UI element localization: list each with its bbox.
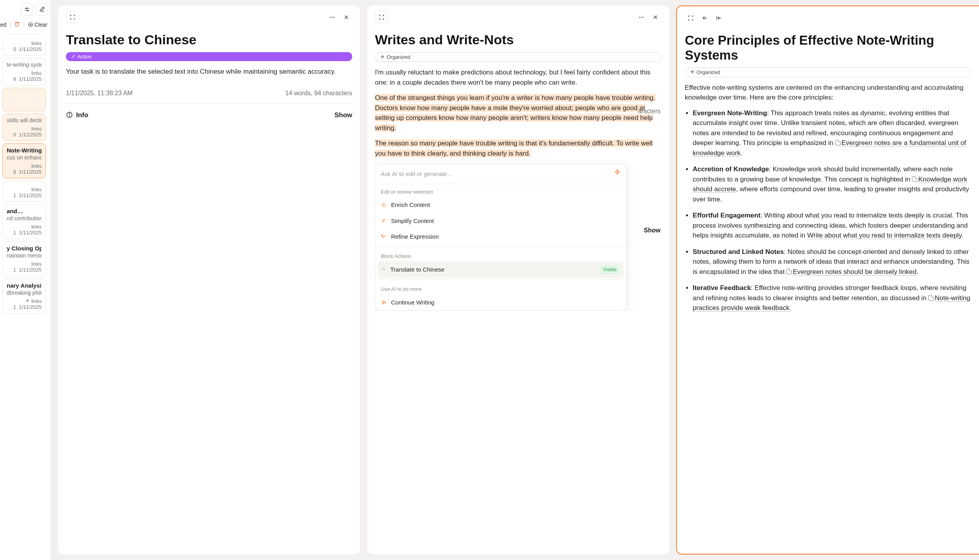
svg-point-8 xyxy=(332,17,333,18)
settings-sliders-button[interactable] xyxy=(21,3,33,16)
word-count-partial: aracters xyxy=(638,107,661,116)
svg-marker-27 xyxy=(384,301,386,304)
sparkle-icon xyxy=(614,169,621,176)
play-icon xyxy=(381,300,387,305)
filter-text: ted xyxy=(0,22,6,28)
list-item[interactable]: te-writing systems,… links 8 1/11/2025 xyxy=(2,58,46,85)
ai-section-label: Edit or review selection xyxy=(375,184,626,198)
timestamp: 1/11/2025, 11:38:23 AM xyxy=(66,89,133,98)
more-button[interactable] xyxy=(326,11,338,23)
svg-point-3 xyxy=(27,10,29,11)
bullet-item: Accretion of Knowledge: Knowledge work s… xyxy=(693,164,971,204)
focus-icon xyxy=(69,14,76,20)
focus-icon xyxy=(378,14,385,20)
intro-text: Effective note-writing systems are cente… xyxy=(685,83,971,103)
sparkle-icon xyxy=(25,299,30,303)
wand-icon xyxy=(71,54,75,59)
visible-pill: Visible xyxy=(599,265,620,274)
close-icon xyxy=(652,14,659,20)
close-icon xyxy=(343,14,349,20)
focus-icon xyxy=(688,15,694,21)
page-title: Core Principles of Effective Note-Writin… xyxy=(685,33,971,63)
list-item-selected[interactable]: Note-Writing… cus on enhancing u… links … xyxy=(2,143,46,178)
close-button[interactable] xyxy=(340,11,352,23)
back-button[interactable] xyxy=(699,12,711,24)
list-item[interactable]: links 1 1/11/2025 xyxy=(2,181,46,202)
pane-core-principles: Core Principles of Effective Note-Writin… xyxy=(676,5,979,555)
info-icon xyxy=(66,111,73,118)
action-badge: Action xyxy=(66,52,352,61)
bullet-item: Evergreen Note-Writing: This approach tr… xyxy=(693,108,971,158)
filter-separator: | xyxy=(9,22,11,28)
page-title: Writes and Write-Nots xyxy=(375,32,661,47)
list-item[interactable]: y Closing Open… naintain mental cla… lin… xyxy=(2,241,46,276)
lines-icon xyxy=(381,202,387,208)
word-count: 14 words, 94 characters xyxy=(285,89,352,98)
info-toggle[interactable]: Info xyxy=(66,110,88,120)
list-item[interactable]: links 0 1/11/2025 xyxy=(2,34,46,56)
body-text-highlighted: One of the strangest things you learn if… xyxy=(375,93,661,133)
note-link[interactable]: Write about what you read to internalize… xyxy=(807,232,961,239)
ai-popover: Edit or review selection Enrich Content … xyxy=(375,164,627,311)
body-text: I'm usually reluctant to make prediction… xyxy=(375,67,661,87)
ai-item-enrich[interactable]: Enrich Content xyxy=(375,197,626,213)
clear-button[interactable]: Clear xyxy=(28,22,47,28)
sparkle-icon xyxy=(690,70,695,74)
note-link-icon xyxy=(912,176,917,182)
organized-badge: Organized xyxy=(375,52,661,62)
collapse-left-icon xyxy=(716,15,722,21)
list-item[interactable] xyxy=(2,88,46,111)
body-text-highlighted: The reason so many people have trouble w… xyxy=(375,138,661,158)
svg-point-15 xyxy=(639,17,640,18)
divider xyxy=(375,279,626,280)
focus-button[interactable] xyxy=(685,12,697,24)
bullet-item: Iterative Feedback: Effective note-writi… xyxy=(693,283,971,313)
filter-separator: | xyxy=(23,22,25,28)
sub-arrow-icon xyxy=(382,267,386,272)
list-item[interactable]: and… nd contributions to… links 1 1/11/2… xyxy=(2,204,46,239)
bullet-item: Effortful Engagement: Writing about what… xyxy=(693,210,971,241)
note-link-icon xyxy=(835,140,841,145)
arrow-left-icon xyxy=(702,15,708,21)
ai-item-simplify[interactable]: Simplify Content xyxy=(375,213,626,229)
close-button[interactable] xyxy=(650,11,661,23)
ai-item-refine[interactable]: Refine Expression xyxy=(375,229,626,245)
list-item[interactable]: nary Analysis dbreaking philoso… links 1… xyxy=(2,279,46,314)
pane-translate: Translate to Chinese Action Your task is… xyxy=(58,5,360,555)
bullet-item: Structured and Linked Notes: Notes shoul… xyxy=(693,247,971,277)
ai-item-continue[interactable]: Continue Writing xyxy=(375,295,626,311)
divider xyxy=(375,246,626,247)
trash-icon xyxy=(14,21,20,27)
ai-item-translate[interactable]: Translate to Chinese Visible xyxy=(378,261,624,278)
note-link[interactable]: Evergreen notes should be densely linked xyxy=(793,268,917,275)
sliders-icon xyxy=(24,6,30,13)
page-title: Translate to Chinese xyxy=(66,32,352,47)
clear-icon xyxy=(28,22,33,27)
ai-input[interactable] xyxy=(381,170,614,177)
svg-point-2 xyxy=(26,8,27,9)
svg-point-16 xyxy=(641,17,642,18)
collapse-button[interactable] xyxy=(713,12,725,24)
show-button[interactable]: Show xyxy=(335,110,352,120)
note-link-icon xyxy=(786,269,792,274)
note-link-icon xyxy=(928,295,934,301)
show-button[interactable]: Show xyxy=(644,226,661,235)
focus-button[interactable] xyxy=(66,11,79,24)
compose-button[interactable] xyxy=(36,3,48,16)
divider xyxy=(66,103,352,104)
sparkle-icon xyxy=(380,55,385,60)
pane-writes: Writes and Write-Nots Organized I'm usua… xyxy=(367,5,669,555)
compose-icon xyxy=(39,6,45,13)
wand-icon xyxy=(381,234,387,239)
ai-section-label: Use AI to do more xyxy=(375,281,626,295)
trash-button[interactable] xyxy=(14,21,20,28)
organized-badge: Organized xyxy=(685,67,971,77)
ai-send-button[interactable] xyxy=(614,169,621,179)
svg-point-14 xyxy=(69,113,70,114)
more-icon xyxy=(638,14,645,21)
list-item[interactable]: skills will decline … links 0 1/12/2025 xyxy=(2,114,46,141)
svg-point-7 xyxy=(330,17,331,18)
lines-icon xyxy=(381,218,387,224)
more-button[interactable] xyxy=(635,11,647,23)
focus-button[interactable] xyxy=(375,11,388,24)
